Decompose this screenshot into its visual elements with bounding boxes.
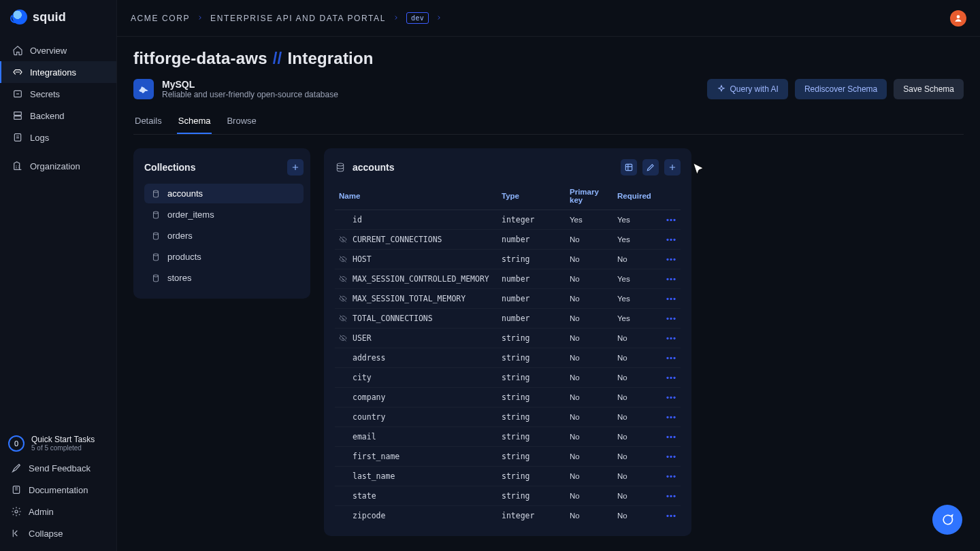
svg-point-9 bbox=[154, 233, 159, 235]
schema-row[interactable]: first_name string No No ••• bbox=[335, 447, 681, 467]
rediscover-button[interactable]: Rediscover Schema bbox=[795, 79, 887, 99]
col-name[interactable]: Name bbox=[335, 182, 497, 210]
page-title: fitforge-data-aws // Integration bbox=[133, 49, 964, 68]
schema-row[interactable]: last_name string No No ••• bbox=[335, 467, 681, 486]
sidebar-item-overview[interactable]: Overview bbox=[0, 39, 116, 61]
sidebar-item-backend[interactable]: Backend bbox=[0, 105, 116, 127]
schema-row[interactable]: MAX_SESSION_TOTAL_MEMORY number No Yes •… bbox=[335, 289, 681, 309]
documentation[interactable]: Documentation bbox=[0, 479, 116, 501]
svg-point-10 bbox=[154, 254, 159, 256]
env-tag[interactable]: dev bbox=[406, 12, 429, 24]
topbar: ACME CORP ENTERPRISE API AND DATA PORTAL… bbox=[117, 0, 980, 37]
row-menu-button[interactable]: ••• bbox=[666, 354, 676, 362]
tab-details[interactable]: Details bbox=[133, 109, 163, 134]
query-ai-button[interactable]: Query with AI bbox=[707, 79, 788, 99]
field-pk: No bbox=[566, 250, 613, 269]
breadcrumb-project[interactable]: ENTERPRISE API AND DATA PORTAL bbox=[210, 14, 386, 23]
sidebar-item-integrations[interactable]: Integrations bbox=[0, 61, 116, 83]
row-menu-button[interactable]: ••• bbox=[666, 492, 676, 500]
chevron-right-icon[interactable] bbox=[436, 14, 442, 23]
send-feedback[interactable]: Send Feedback bbox=[0, 457, 116, 479]
field-name: email bbox=[353, 432, 376, 441]
database-icon bbox=[335, 162, 346, 173]
save-schema-button[interactable]: Save Schema bbox=[894, 79, 964, 99]
admin[interactable]: Admin bbox=[0, 501, 116, 522]
row-menu-button[interactable]: ••• bbox=[666, 295, 676, 303]
quick-start[interactable]: 0 Quick Start Tasks 5 of 5 completed bbox=[0, 429, 116, 457]
schema-row[interactable]: company string No No ••• bbox=[335, 388, 681, 407]
row-menu-button[interactable]: ••• bbox=[666, 334, 676, 342]
field-pk: No bbox=[566, 230, 613, 250]
schema-row[interactable]: id integer Yes Yes ••• bbox=[335, 210, 681, 230]
schema-row[interactable]: state string No No ••• bbox=[335, 486, 681, 506]
edit-button[interactable] bbox=[642, 159, 659, 176]
col-req[interactable]: Required bbox=[613, 182, 657, 210]
row-menu-button[interactable]: ••• bbox=[666, 393, 676, 401]
schema-row[interactable]: USER string No No ••• bbox=[335, 329, 681, 348]
add-field-button[interactable] bbox=[664, 159, 681, 176]
eye-off-icon bbox=[339, 334, 347, 342]
tab-schema[interactable]: Schema bbox=[177, 109, 212, 134]
collection-item[interactable]: order_items bbox=[144, 205, 304, 224]
field-req: No bbox=[613, 486, 657, 506]
field-name: USER bbox=[353, 333, 372, 343]
breadcrumb-org[interactable]: ACME CORP bbox=[131, 14, 190, 23]
schema-row[interactable]: city string No No ••• bbox=[335, 368, 681, 388]
field-type: string bbox=[497, 368, 566, 388]
collection-item[interactable]: accounts bbox=[144, 184, 304, 203]
mysql-icon bbox=[133, 79, 154, 99]
tabs: Details Schema Browse bbox=[133, 109, 964, 135]
row-menu-button[interactable]: ••• bbox=[666, 472, 676, 480]
chat-fab[interactable] bbox=[932, 505, 962, 535]
collapse[interactable]: Collapse bbox=[0, 522, 116, 544]
field-name: address bbox=[353, 353, 385, 363]
row-menu-button[interactable]: ••• bbox=[666, 433, 676, 441]
field-type: string bbox=[497, 467, 566, 486]
eye-off-icon bbox=[339, 235, 347, 244]
collection-item[interactable]: orders bbox=[144, 226, 304, 246]
sidebar-item-secrets[interactable]: Secrets bbox=[0, 83, 116, 105]
row-menu-button[interactable]: ••• bbox=[666, 255, 676, 263]
schema-row[interactable]: country string No No ••• bbox=[335, 407, 681, 427]
row-menu-button[interactable]: ••• bbox=[666, 216, 676, 224]
schema-row[interactable]: TOTAL_CONNECTIONS number No Yes ••• bbox=[335, 309, 681, 329]
field-pk: No bbox=[566, 269, 613, 289]
table-view-button[interactable] bbox=[621, 159, 637, 176]
schema-row[interactable]: zipcode integer No No ••• bbox=[335, 506, 681, 526]
schema-row[interactable]: address string No No ••• bbox=[335, 348, 681, 368]
avatar[interactable] bbox=[950, 10, 966, 27]
schema-title: accounts bbox=[353, 162, 394, 173]
row-menu-button[interactable]: ••• bbox=[666, 275, 676, 283]
field-name: id bbox=[353, 215, 362, 224]
row-menu-button[interactable]: ••• bbox=[666, 512, 676, 520]
field-name: CURRENT_CONNECTIONS bbox=[353, 235, 442, 244]
collection-item[interactable]: stores bbox=[144, 268, 304, 288]
bottom-item-label: Admin bbox=[29, 507, 54, 517]
sparkle-icon bbox=[717, 84, 726, 94]
main: ACME CORP ENTERPRISE API AND DATA PORTAL… bbox=[117, 0, 980, 551]
col-type[interactable]: Type bbox=[497, 182, 566, 210]
svg-rect-3 bbox=[14, 134, 20, 141]
row-menu-button[interactable]: ••• bbox=[666, 373, 676, 382]
grid-icon bbox=[624, 163, 634, 172]
row-menu-button[interactable]: ••• bbox=[666, 235, 676, 244]
collection-label: products bbox=[167, 252, 201, 262]
collection-label: orders bbox=[167, 231, 193, 241]
sidebar-item-logs[interactable]: Logs bbox=[0, 127, 116, 148]
sidebar-item-organization[interactable]: Organization bbox=[0, 155, 116, 177]
schema-row[interactable]: email string No No ••• bbox=[335, 427, 681, 447]
col-pk[interactable]: Primary key bbox=[566, 182, 613, 210]
row-menu-button[interactable]: ••• bbox=[666, 413, 676, 421]
docs-icon bbox=[11, 484, 22, 495]
schema-row[interactable]: CURRENT_CONNECTIONS number No Yes ••• bbox=[335, 230, 681, 250]
schema-row[interactable]: MAX_SESSION_CONTROLLED_MEMORY number No … bbox=[335, 269, 681, 289]
field-name: zipcode bbox=[353, 511, 385, 520]
collection-item[interactable]: products bbox=[144, 247, 304, 267]
row-menu-button[interactable]: ••• bbox=[666, 314, 676, 322]
schema-row[interactable]: HOST string No No ••• bbox=[335, 250, 681, 269]
field-name: company bbox=[353, 393, 385, 402]
tab-browse[interactable]: Browse bbox=[225, 109, 257, 134]
row-menu-button[interactable]: ••• bbox=[666, 452, 676, 461]
add-collection-button[interactable] bbox=[287, 159, 304, 176]
sidebar: squid Overview Integrations Secrets Back… bbox=[0, 0, 117, 551]
